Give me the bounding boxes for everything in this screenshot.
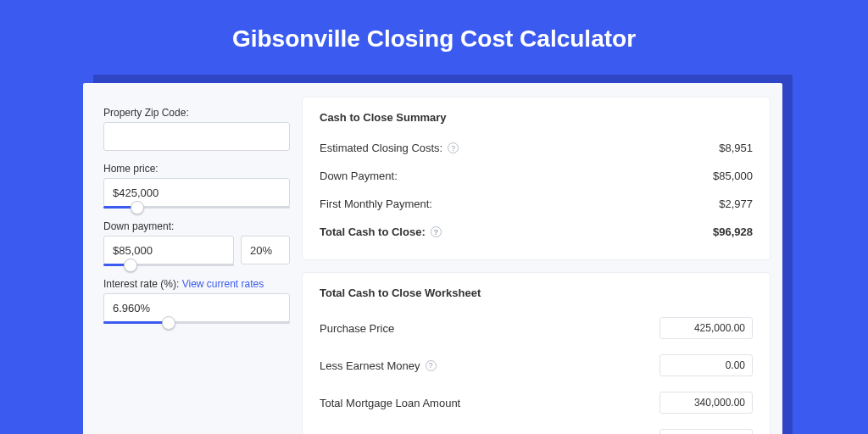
field-home-price: Home price: (103, 163, 290, 209)
worksheet-row-label-text: Purchase Price (320, 322, 394, 335)
summary-row-value: $8,951 (719, 142, 753, 154)
worksheet-row-input[interactable] (659, 429, 753, 434)
worksheet-row-label: Less Earnest Money? (320, 359, 437, 372)
summary-row: Down Payment:$85,000 (320, 162, 753, 190)
worksheet-row-label-text: Less Earnest Money (320, 359, 420, 372)
form-column: Property Zip Code: Home price: Down paym… (95, 97, 290, 434)
zip-input[interactable] (103, 122, 290, 151)
summary-row-label: First Monthly Payment: (320, 198, 432, 210)
summary-row-label-text: Estimated Closing Costs: (320, 142, 442, 154)
view-rates-link[interactable]: View current rates (182, 278, 264, 290)
summary-row-label: Down Payment: (320, 170, 398, 182)
worksheet-row: Purchase Price (320, 309, 753, 347)
interest-rate-slider[interactable] (103, 321, 290, 324)
down-payment-slider-thumb[interactable] (124, 259, 137, 272)
down-payment-input[interactable] (103, 236, 234, 264)
worksheet-row-input[interactable] (659, 392, 753, 414)
worksheet-row-input[interactable] (659, 317, 753, 339)
home-price-slider-wrap (103, 178, 290, 209)
field-down-payment: Down payment: (103, 220, 290, 266)
worksheet-row: Total Mortgage Loan Amount (320, 384, 753, 421)
down-payment-slider[interactable] (103, 264, 234, 266)
interest-rate-label-row: Interest rate (%): View current rates (103, 278, 290, 290)
home-price-label: Home price: (103, 163, 290, 175)
summary-title: Cash to Close Summary (320, 111, 753, 124)
interest-rate-slider-fill (103, 321, 169, 324)
down-payment-slider-wrap (103, 236, 234, 266)
worksheet-rows: Purchase PriceLess Earnest Money?Total M… (320, 309, 753, 434)
zip-label: Property Zip Code: (103, 107, 290, 119)
down-payment-pct-input[interactable] (241, 236, 290, 264)
summary-row-value: $85,000 (713, 170, 753, 182)
field-interest-rate: Interest rate (%): View current rates (103, 278, 290, 324)
summary-row-value: $2,977 (719, 198, 753, 210)
summary-row-label: Total Cash to Close:? (320, 225, 442, 238)
worksheet-row-label: Total Mortgage Loan Amount (320, 397, 460, 409)
calculator-card: Property Zip Code: Home price: Down paym… (83, 83, 782, 434)
results-column: Cash to Close Summary Estimated Closing … (302, 97, 771, 434)
help-icon[interactable]: ? (448, 142, 459, 153)
summary-row: First Monthly Payment:$2,977 (320, 190, 753, 218)
home-price-slider[interactable] (103, 206, 290, 209)
worksheet-row-label-text: Total Mortgage Loan Amount (320, 397, 460, 409)
summary-row-label-text: First Monthly Payment: (320, 198, 432, 210)
summary-row-label-text: Down Payment: (320, 170, 398, 182)
down-payment-label: Down payment: (103, 220, 290, 232)
help-icon[interactable]: ? (426, 360, 437, 371)
summary-rows: Estimated Closing Costs:?$8,951Down Paym… (320, 134, 753, 246)
home-price-slider-thumb[interactable] (131, 201, 144, 214)
worksheet-row-label: Purchase Price (320, 322, 394, 335)
worksheet-row: Less Earnest Money? (320, 347, 753, 384)
worksheet-panel: Total Cash to Close Worksheet Purchase P… (302, 272, 771, 434)
summary-row-label: Estimated Closing Costs:? (320, 142, 459, 154)
interest-rate-label: Interest rate (%): (103, 278, 179, 290)
interest-rate-slider-thumb[interactable] (162, 316, 175, 330)
summary-row-label-text: Total Cash to Close: (320, 225, 426, 238)
help-icon[interactable]: ? (431, 226, 442, 237)
summary-row: Total Cash to Close:?$96,928 (320, 218, 753, 246)
field-zip: Property Zip Code: (103, 107, 290, 151)
summary-panel: Cash to Close Summary Estimated Closing … (302, 97, 771, 260)
page-title: Gibsonville Closing Cost Calculator (0, 0, 868, 71)
interest-rate-slider-wrap (103, 293, 290, 324)
interest-rate-input[interactable] (103, 293, 290, 322)
summary-row-value: $96,928 (713, 225, 753, 238)
worksheet-row: Total Second Mortgage Amount? (320, 421, 753, 434)
worksheet-title: Total Cash to Close Worksheet (320, 287, 753, 299)
worksheet-row-input[interactable] (659, 354, 753, 376)
summary-row: Estimated Closing Costs:?$8,951 (320, 134, 753, 162)
